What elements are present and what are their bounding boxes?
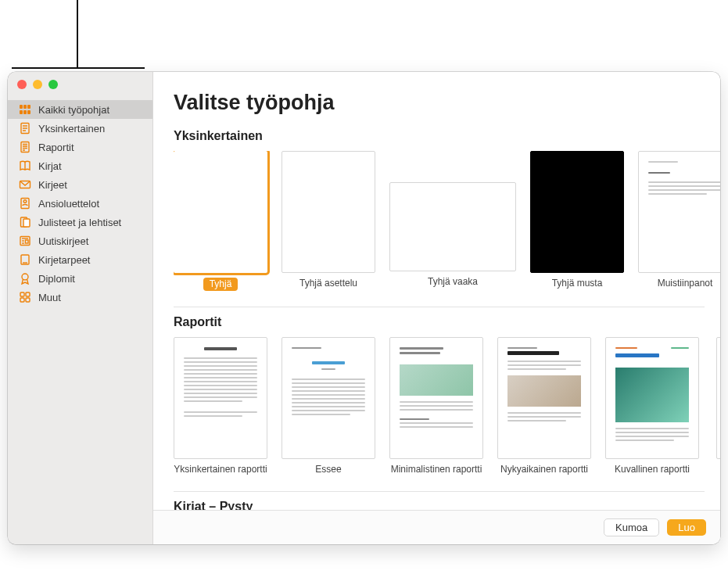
template-modern-report[interactable]: Nykyaikainen raportti xyxy=(497,337,591,475)
sidebar-item-letters[interactable]: Kirjeet xyxy=(8,175,152,194)
template-thumb xyxy=(605,337,699,459)
sidebar-item-label: Yksinkertainen xyxy=(38,123,105,135)
sidebar-item-label: Kaikki työpohjat xyxy=(38,104,109,116)
template-thumb xyxy=(282,337,375,459)
sidebar-item-label: Kirjetarpeet xyxy=(38,254,90,266)
template-thumb xyxy=(174,337,267,459)
section-basic: Yksinkertainen Tyhjä Tyhjä asettelu Tyhj… xyxy=(174,129,720,291)
more-icon xyxy=(19,291,31,303)
template-blank-layout[interactable]: Tyhjä asettelu xyxy=(282,151,375,291)
sidebar-item-label: Raportit xyxy=(38,142,74,153)
svg-rect-32 xyxy=(26,298,30,302)
poster-icon xyxy=(19,216,31,228)
sidebar-item-other[interactable]: Muut xyxy=(8,288,152,307)
resume-icon xyxy=(19,197,31,210)
template-chooser-window: Kaikki työpohjat Yksinkertainen Raportit… xyxy=(8,72,720,544)
award-icon xyxy=(19,272,31,285)
template-label: Yksinkertainen raportti xyxy=(174,464,267,475)
stationery-icon xyxy=(19,253,31,266)
svg-rect-20 xyxy=(23,219,30,227)
newsletter-icon xyxy=(19,235,31,247)
template-row: Tyhjä Tyhjä asettelu Tyhjä vaaka Tyhjä m… xyxy=(174,151,720,291)
template-label: Tyhjä musta xyxy=(552,278,603,289)
template-label: Tyhjä xyxy=(203,278,238,291)
callout-pointer xyxy=(77,0,78,69)
template-thumb xyxy=(530,151,624,273)
cancel-button[interactable]: Kumoa xyxy=(604,518,659,536)
divider xyxy=(174,307,705,307)
template-thumb xyxy=(389,182,516,271)
template-thumb xyxy=(282,151,375,273)
template-label: Tyhjä vaaka xyxy=(428,276,478,288)
sidebar-item-newsletters[interactable]: Uutiskirjeet xyxy=(8,231,152,250)
sidebar-item-stationery[interactable]: Kirjetarpeet xyxy=(8,250,152,269)
template-label: Minimalistinen raportti xyxy=(391,464,482,475)
sidebar-item-resumes[interactable]: Ansioluettelot xyxy=(8,194,152,213)
template-blank[interactable]: Tyhjä xyxy=(174,151,267,291)
svg-point-18 xyxy=(23,200,27,203)
template-blank-black[interactable]: Tyhjä musta xyxy=(530,151,624,291)
sidebar-item-label: Muut xyxy=(38,292,61,303)
svg-rect-31 xyxy=(20,298,24,302)
svg-rect-5 xyxy=(27,110,30,114)
svg-rect-2 xyxy=(27,105,30,109)
divider xyxy=(174,491,705,492)
svg-rect-30 xyxy=(26,292,30,296)
svg-rect-29 xyxy=(20,292,24,296)
book-icon xyxy=(19,160,31,172)
template-label: Essee xyxy=(315,464,341,475)
template-thumb xyxy=(389,337,483,459)
template-thumb xyxy=(497,337,591,459)
sidebar: Kaikki työpohjat Yksinkertainen Raportit… xyxy=(8,72,153,544)
close-window-button[interactable] xyxy=(17,80,27,89)
sidebar-item-label: Kirjeet xyxy=(38,179,67,191)
svg-rect-3 xyxy=(20,110,23,114)
template-essay[interactable]: Essee xyxy=(282,337,375,475)
template-label: Tyhjä asettelu xyxy=(299,278,357,289)
template-label: Nykyaikainen raportti xyxy=(500,464,588,475)
page-title: Valitse työpohja xyxy=(174,91,720,115)
template-simple-report[interactable]: Yksinkertainen raportti xyxy=(174,337,267,475)
letter-icon xyxy=(19,178,31,191)
section-heading: Yksinkertainen xyxy=(174,129,720,143)
template-notes[interactable]: Muistiinpanot xyxy=(638,151,720,291)
section-heading: Raportit xyxy=(174,315,720,329)
template-thumb xyxy=(716,337,720,459)
section-reports: Raportit Yksinkertainen raportti xyxy=(174,315,720,475)
footer-bar: Kumoa Luo xyxy=(153,510,720,544)
create-button[interactable]: Luo xyxy=(667,519,706,536)
sidebar-item-label: Diplomit xyxy=(38,273,75,285)
sidebar-item-flyers[interactable]: Julisteet ja lehtiset xyxy=(8,213,152,231)
sidebar-item-label: Kirjat xyxy=(38,160,62,172)
sidebar-item-reports[interactable]: Raportit xyxy=(8,138,152,156)
template-blank-landscape[interactable]: Tyhjä vaaka xyxy=(389,182,516,291)
page-icon xyxy=(19,122,31,135)
window-controls xyxy=(17,80,58,89)
template-photo-report[interactable]: Kuvallinen raportti xyxy=(605,337,699,475)
sidebar-item-all-templates[interactable]: Kaikki työpohjat xyxy=(8,100,152,119)
minimize-window-button[interactable] xyxy=(33,80,42,89)
sidebar-item-label: Ansioluettelot xyxy=(38,198,99,210)
svg-rect-0 xyxy=(20,105,23,109)
grid-all-icon xyxy=(19,103,31,116)
svg-point-28 xyxy=(22,274,28,280)
template-thumb xyxy=(174,151,267,273)
svg-rect-4 xyxy=(23,110,27,114)
template-row: Yksinkertainen raportti Essee xyxy=(174,337,720,475)
main-content: Valitse työpohja Yksinkertainen Tyhjä Ty… xyxy=(153,72,720,544)
sidebar-item-certificates[interactable]: Diplomit xyxy=(8,269,152,288)
svg-rect-1 xyxy=(23,105,27,109)
template-label: Kuvallinen raportti xyxy=(615,464,690,475)
report-icon xyxy=(19,141,31,153)
template-thumb xyxy=(638,151,720,273)
sidebar-item-label: Julisteet ja lehtiset xyxy=(38,217,121,228)
template-overflow[interactable] xyxy=(713,337,720,475)
zoom-window-button[interactable] xyxy=(48,80,58,89)
svg-rect-25 xyxy=(26,240,29,243)
sidebar-item-books[interactable]: Kirjat xyxy=(8,156,152,175)
sidebar-item-label: Uutiskirjeet xyxy=(38,235,88,247)
template-minimalist-report[interactable]: Minimalistinen raportti xyxy=(389,337,483,475)
template-label: Muistiinpanot xyxy=(658,278,713,289)
sidebar-item-basic[interactable]: Yksinkertainen xyxy=(8,119,152,138)
